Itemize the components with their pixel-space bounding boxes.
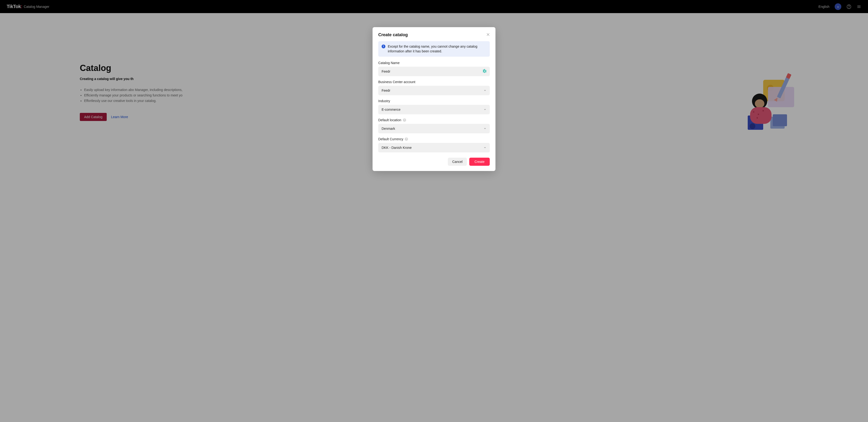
modal-overlay: Create catalog i Except for the catalog … [0, 0, 868, 422]
svg-rect-26 [484, 71, 485, 73]
chevron-down-icon [484, 89, 487, 92]
catalog-name-input[interactable] [378, 67, 490, 76]
chevron-down-icon [484, 127, 487, 130]
help-tooltip-icon[interactable]: ? [403, 118, 406, 122]
default-location-select[interactable]: Denmark [378, 124, 490, 133]
info-icon: i [381, 44, 385, 48]
catalog-name-label: Catalog Name [378, 61, 490, 65]
bc-account-select[interactable]: Feedr [378, 86, 490, 95]
help-tooltip-icon[interactable]: ? [405, 137, 408, 141]
default-currency-label: Default Currency ? [378, 137, 490, 141]
default-location-label: Default location ? [378, 118, 490, 122]
industry-select[interactable]: E-commerce [378, 105, 490, 114]
svg-rect-25 [484, 69, 485, 71]
close-icon[interactable] [487, 33, 490, 37]
create-catalog-modal: Create catalog i Except for the catalog … [373, 27, 495, 171]
cancel-button[interactable]: Cancel [448, 158, 467, 166]
default-currency-select[interactable]: DKK - Danish Krone [378, 143, 490, 153]
svg-rect-24 [483, 69, 484, 72]
modal-title: Create catalog [378, 32, 408, 37]
industry-label: Industry [378, 99, 490, 103]
password-manager-icon[interactable] [483, 69, 487, 73]
svg-rect-27 [486, 70, 486, 72]
info-banner: i Except for the catalog name, you canno… [378, 41, 490, 57]
chevron-down-icon [484, 146, 487, 150]
info-text: Except for the catalog name, you cannot … [388, 44, 487, 54]
bc-account-label: Business Center account [378, 80, 490, 84]
create-button[interactable]: Create [469, 158, 490, 166]
chevron-down-icon [484, 108, 487, 111]
